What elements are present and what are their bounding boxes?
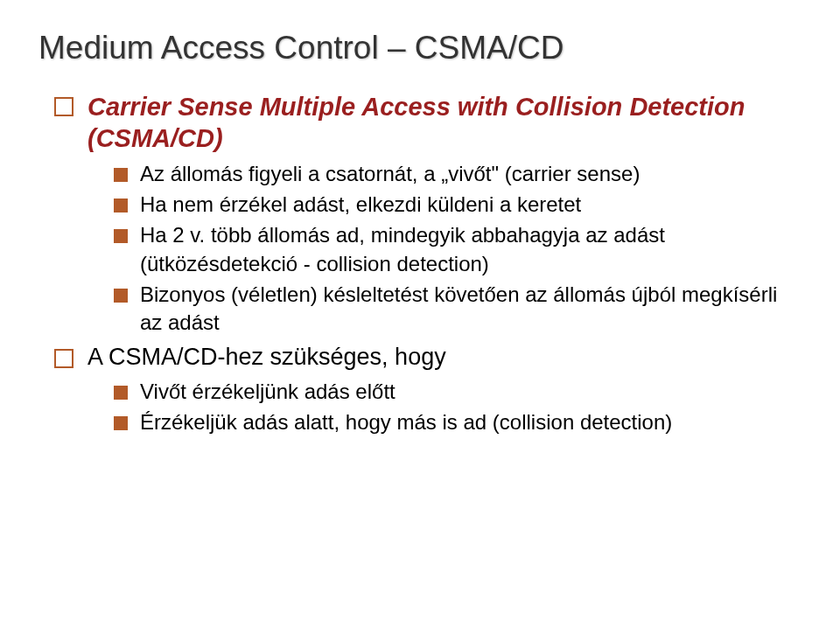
bullet-text: Ha nem érzékel adást, elkezdi küldeni a … <box>140 191 581 219</box>
bullet-level1: Carrier Sense Multiple Access with Colli… <box>54 91 802 155</box>
bullet-text: Érzékeljük adás alatt, hogy más is ad (c… <box>140 408 672 436</box>
bullet-level2: Érzékeljük adás alatt, hogy más is ad (c… <box>114 408 802 436</box>
sub-bullet-group: Az állomás figyeli a csatornát, a „vivőt… <box>54 160 802 338</box>
bullet-level2: Vivőt érzékeljünk adás előtt <box>114 378 802 406</box>
slide-title: Medium Access Control – CSMA/CD <box>38 30 802 66</box>
square-icon <box>114 199 128 212</box>
slide-content: Carrier Sense Multiple Access with Colli… <box>38 91 802 436</box>
bullet-text: Az állomás figyeli a csatornát, a „vivőt… <box>140 160 640 188</box>
bullet-text: Ha 2 v. több állomás ad, mindegyik abbah… <box>140 221 802 278</box>
sub-bullet-group: Vivőt érzékeljünk adás előtt Érzékeljük … <box>54 378 802 437</box>
square-icon <box>114 168 128 182</box>
bullet-text: A CSMA/CD-hez szükséges, hogy <box>88 343 446 373</box>
square-icon <box>114 416 128 430</box>
bullet-text: Bizonyos (véletlen) késleltetést követőe… <box>140 281 802 338</box>
square-icon <box>114 289 128 303</box>
square-icon <box>114 229 128 243</box>
bullet-level1: A CSMA/CD-hez szükséges, hogy <box>54 343 802 373</box>
bullet-level2: Bizonyos (véletlen) késleltetést követőe… <box>114 281 802 338</box>
bullet-level2: Ha nem érzékel adást, elkezdi küldeni a … <box>114 191 802 219</box>
bullet-level2: Az állomás figyeli a csatornát, a „vivőt… <box>114 160 802 188</box>
square-outline-icon <box>54 349 74 368</box>
slide: Medium Access Control – CSMA/CD Carrier … <box>0 0 840 627</box>
square-outline-icon <box>54 97 74 116</box>
bullet-text: Carrier Sense Multiple Access with Colli… <box>88 91 802 155</box>
bullet-text: Vivőt érzékeljünk adás előtt <box>140 378 396 406</box>
bullet-level2: Ha 2 v. több állomás ad, mindegyik abbah… <box>114 221 802 278</box>
square-icon <box>114 386 128 400</box>
